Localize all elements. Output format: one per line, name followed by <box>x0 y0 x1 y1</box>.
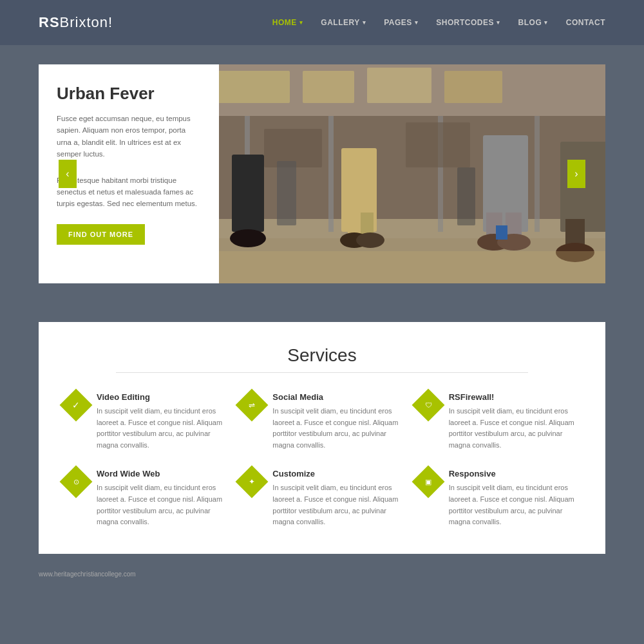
blog-chevron-icon: ▾ <box>544 19 548 26</box>
hero-section: ‹ Urban Fever Fusce eget accumsan neque,… <box>0 45 644 303</box>
services-divider <box>116 372 528 373</box>
nav-blog[interactable]: BLOG ▾ <box>518 18 548 27</box>
service-content-rsfirewall: RSFirewall! In suscipit velit diam, eu t… <box>449 392 580 451</box>
nav-contact[interactable]: CONTACT <box>566 18 605 27</box>
svg-rect-32 <box>219 251 605 283</box>
prev-arrow[interactable]: ‹ <box>59 160 77 188</box>
service-content-social-media: Social Media In suscipit velit diam, eu … <box>272 392 403 451</box>
nav-shortcodes[interactable]: SHORTCODES ▾ <box>436 18 500 27</box>
hero-title: Urban Fever <box>57 84 201 104</box>
video-editing-icon: ✓ <box>60 389 93 422</box>
service-item-video-editing: ✓ Video Editing In suscipit velit diam, … <box>64 392 227 451</box>
svg-rect-12 <box>232 155 264 232</box>
nav-gallery[interactable]: GALLERY ▾ <box>321 18 366 27</box>
home-chevron-icon: ▾ <box>299 19 303 26</box>
service-content-responsive: Responsive In suscipit velit diam, eu ti… <box>449 469 580 527</box>
service-name-www: Word Wide Web <box>97 469 227 478</box>
svg-rect-31 <box>457 167 475 225</box>
nav-home[interactable]: HOME ▾ <box>272 18 303 27</box>
www-icon: ⊙ <box>60 466 93 498</box>
divider-area <box>0 303 644 322</box>
service-item-www: ⊙ Word Wide Web In suscipit velit diam, … <box>64 469 227 527</box>
svg-rect-30 <box>277 161 296 225</box>
shortcodes-chevron-icon: ▾ <box>497 19 500 26</box>
hero-body-2: Pellentesque habitant morbi tristique se… <box>57 175 201 210</box>
service-name-social-media: Social Media <box>272 392 403 402</box>
service-desc-customize: In suscipit velit diam, eu tincidunt ero… <box>272 482 403 527</box>
svg-rect-3 <box>303 71 354 103</box>
svg-rect-9 <box>328 116 334 232</box>
logo-text: Brixton! <box>60 14 113 30</box>
social-media-icon: ⇌ <box>236 389 269 422</box>
hero-container: ‹ Urban Fever Fusce eget accumsan neque,… <box>39 64 605 283</box>
service-desc-social-media: In suscipit velit diam, eu tincidunt ero… <box>272 406 403 451</box>
service-item-rsfirewall: 🛡 RSFirewall! In suscipit velit diam, eu… <box>417 392 580 451</box>
svg-rect-5 <box>444 71 502 103</box>
svg-rect-4 <box>367 68 431 103</box>
gallery-chevron-icon: ▾ <box>363 19 366 26</box>
footer: www.heritagechristiancollege.com <box>0 567 644 582</box>
service-desc-www: In suscipit velit diam, eu tincidunt ero… <box>97 482 227 527</box>
service-item-social-media: ⇌ Social Media In suscipit velit diam, e… <box>240 392 403 451</box>
service-item-customize: ✦ Customize In suscipit velit diam, eu t… <box>240 469 403 527</box>
svg-rect-11 <box>535 116 540 232</box>
footer-url: www.heritagechristiancollege.com <box>39 571 136 578</box>
hero-cta-button[interactable]: FIND OUT MORE <box>57 224 145 245</box>
svg-point-18 <box>356 232 384 248</box>
service-name-customize: Customize <box>272 469 403 478</box>
customize-icon: ✦ <box>236 466 269 498</box>
svg-point-13 <box>230 229 266 247</box>
pages-chevron-icon: ▾ <box>415 19 419 26</box>
next-arrow[interactable]: › <box>567 160 585 188</box>
nav-pages[interactable]: PAGES ▾ <box>384 18 418 27</box>
service-content-video-editing: Video Editing In suscipit velit diam, eu… <box>97 392 227 451</box>
service-desc-video-editing: In suscipit velit diam, eu tincidunt ero… <box>97 406 227 451</box>
service-content-customize: Customize In suscipit velit diam, eu tin… <box>272 469 403 527</box>
services-container: Services ✓ Video Editing In suscipit vel… <box>39 322 605 554</box>
rsfirewall-icon: 🛡 <box>412 389 444 422</box>
service-content-www: Word Wide Web In suscipit velit diam, eu… <box>97 469 227 527</box>
service-desc-responsive: In suscipit velit diam, eu tincidunt ero… <box>449 482 580 527</box>
service-name-rsfirewall: RSFirewall! <box>449 392 580 402</box>
services-section: Services ✓ Video Editing In suscipit vel… <box>0 322 644 567</box>
service-item-responsive: ▣ Responsive In suscipit velit diam, eu … <box>417 469 580 527</box>
service-desc-rsfirewall: In suscipit velit diam, eu tincidunt ero… <box>449 406 580 451</box>
svg-rect-29 <box>406 122 470 167</box>
services-title: Services <box>64 345 580 366</box>
main-nav: HOME ▾ GALLERY ▾ PAGES ▾ SHORTCODES ▾ BL… <box>272 18 605 27</box>
hero-body-1: Fusce eget accumsan neque, eu tempus sap… <box>57 113 201 160</box>
svg-rect-2 <box>219 71 290 103</box>
hero-image <box>219 64 605 283</box>
header: RSBrixton! HOME ▾ GALLERY ▾ PAGES ▾ SHOR… <box>0 0 644 45</box>
service-name-responsive: Responsive <box>449 469 580 478</box>
responsive-icon: ▣ <box>412 466 444 498</box>
logo: RSBrixton! <box>39 14 113 31</box>
services-grid: ✓ Video Editing In suscipit velit diam, … <box>64 392 580 528</box>
logo-bold: RS <box>39 14 60 30</box>
svg-rect-24 <box>496 225 507 240</box>
service-name-video-editing: Video Editing <box>97 392 227 402</box>
